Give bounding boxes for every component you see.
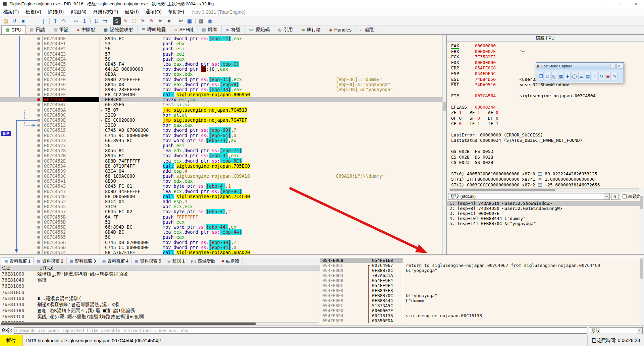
breakpoint-gutter[interactable]	[0, 57, 43, 62]
toolbar-trace-into-button[interactable]: ⇊	[92, 17, 100, 25]
dump-tab-資料視窗 5[interactable]: ▦資料視窗 5	[132, 257, 164, 265]
breakpoint-gutter[interactable]	[0, 164, 43, 169]
breakpoint-gutter[interactable]	[0, 215, 43, 220]
breakpoint-gutter[interactable]	[0, 209, 43, 214]
faststone-capture-object-icon[interactable]: ◱	[551, 72, 557, 80]
breakpoint-gutter[interactable]	[0, 108, 43, 113]
stack-row[interactable]: 054FE0EC│51873A5C	[320, 303, 644, 308]
disasm-row[interactable]: 007C450A∨75 07jne siglusengine-nojapan.7…	[0, 108, 442, 113]
disasm-row[interactable]: 007C450C32C0xor al,al	[0, 113, 442, 118]
stack-pane[interactable]: 054FE0C8054FE1E8054FE0CC┌007C4967return …	[320, 257, 644, 326]
register-line[interactable]: OF 0 SF 0 DF 0	[451, 116, 644, 121]
menu-item[interactable]: 除錯(D)	[45, 9, 67, 15]
disasm-row[interactable]: 007C455D51push ecx	[0, 220, 442, 225]
stack-row[interactable]: 054FE0DC│054FE9F4	[320, 283, 644, 288]
disasm-row[interactable]: 007C450766:85F6test si,si	[0, 102, 442, 107]
breakpoint-gutter[interactable]	[0, 250, 43, 255]
disassembly-scrollbar[interactable]	[442, 35, 446, 254]
register-line[interactable]	[451, 88, 644, 94]
faststone-delay-icon[interactable]: ◔	[592, 72, 597, 80]
dump-row[interactable]: 76E81040寫證	[0, 277, 320, 283]
argument-row[interactable]: 4: [esp+10] 0FB8B444 L"dummy"	[447, 216, 644, 221]
breakpoint-gutter[interactable]	[0, 153, 43, 158]
tab-日誌[interactable]: ▤日誌	[26, 25, 49, 34]
breakpoint-gutter[interactable]	[0, 220, 43, 225]
breakpoint-gutter[interactable]	[0, 204, 43, 209]
dump-tab-資料視窗 4[interactable]: ▦資料視窗 4	[99, 257, 132, 265]
faststone-record-icon[interactable]: ◉	[605, 72, 611, 80]
register-line[interactable]	[451, 127, 644, 132]
disasm-row[interactable]: 007C455B6A FFpush FFFFFFFF	[0, 215, 442, 220]
toolbar-hash-button[interactable]: #	[165, 17, 173, 25]
faststone-minimize-button[interactable]: ─	[610, 64, 616, 68]
dump-tab-區域變數[interactable]: [x=]區域變數	[188, 257, 219, 265]
disasm-row[interactable]: 007C454DE8 DE060000call siglusengine-noj…	[0, 194, 442, 199]
disasm-row[interactable]: 007C45418BD0mov edx,eax	[0, 179, 442, 184]
breakpoint-gutter[interactable]	[0, 189, 43, 194]
calling-convention-select[interactable]: 預設 (stdcall) ▼	[448, 193, 610, 200]
toolbar-assemble-button[interactable]: Az	[177, 17, 185, 25]
hide-fpu-button[interactable]: 隱藏 FPU	[447, 35, 644, 42]
toolbar-run-button[interactable]: →	[31, 17, 39, 25]
tab-中斷點[interactable]: ●中斷點	[73, 25, 100, 34]
breakpoint-gutter[interactable]	[0, 225, 43, 230]
breakpoint-gutter[interactable]	[0, 46, 43, 51]
toolbar-execute-till-return-button[interactable]: ↦	[72, 17, 80, 25]
chevron-down-icon[interactable]: ▼	[604, 193, 609, 199]
disasm-row[interactable]: 007C452366:8945 8Cmov word ptr ss:[ebp-7…	[0, 138, 442, 143]
command-script-select[interactable]: 預設 ▼	[589, 327, 643, 334]
disasm-row[interactable]: 007C452B8945 FCmov dword ptr ss:[ebp-4],…	[0, 153, 442, 158]
breakpoint-gutter[interactable]	[0, 235, 43, 240]
stack-row[interactable]: 054FE0F0│0000007E	[320, 308, 644, 313]
toolbar-restart-button[interactable]: ↺	[10, 17, 18, 25]
stack-row[interactable]: 054FE0F8│00350EDA	[320, 318, 644, 323]
breakpoint-gutter[interactable]	[0, 240, 43, 245]
breakpoint-gutter[interactable]	[0, 138, 43, 143]
register-line[interactable]: CS 0023 SS 002B	[451, 160, 644, 166]
menu-item[interactable]: 最愛(I)	[121, 9, 142, 15]
register-line[interactable]: ST(1) 3FFF8000000000000000 x87r1 空 1.000…	[451, 177, 644, 182]
toolbar-trace-over-button[interactable]: ⇉	[101, 17, 109, 25]
disasm-row[interactable]: 007C450E∨E9 CC020000jmp siglusengine-noj…	[0, 118, 442, 123]
tab-SEH鏈[interactable]: ∞SEH鏈	[170, 25, 198, 34]
stack-row[interactable]: 054FE0CC┌007C4967return to siglusengine-…	[320, 263, 644, 268]
disasm-row[interactable]: 007C4543C645 FC 01mov byte ptr ss:[ebp-4…	[0, 184, 442, 189]
disasm-row[interactable]: 007C451333C0xor eax,eax	[0, 123, 442, 128]
register-line[interactable]: ST(0) 4005B20B610000000000 x87r0 空 89.02…	[451, 171, 644, 177]
faststone-capture-rectangle-icon[interactable]: ▦	[558, 72, 564, 80]
dump-tab-資料視窗 1[interactable]: ▦資料視窗 1	[1, 257, 34, 265]
chevron-down-icon[interactable]: ▼	[637, 328, 642, 334]
breakpoint-gutter[interactable]	[0, 82, 43, 87]
breakpoint-gutter[interactable]	[0, 123, 43, 128]
toolbar-step-over-button[interactable]: ↷	[60, 17, 68, 25]
argument-row[interactable]: 5: [esp+14] 0FB8B70C &L"yogayoga"	[447, 221, 644, 226]
register-line[interactable]: EIP 007C4504 siglusengine-nojapan.007C45…	[451, 93, 644, 99]
disasm-row[interactable]: 007C452E8D8D 74FFFFFFlea ecx,dword ptr s…	[0, 159, 442, 164]
register-line[interactable]: CF 0 TF 1 IF 1	[451, 121, 644, 127]
disasm-row[interactable]: 007C44E58D45 F4lea eax,dword ptr ss:[ebp…	[0, 62, 442, 67]
faststone-open-icon[interactable]: ❐	[538, 72, 544, 80]
disasm-row[interactable]: 007C452756push esi	[0, 143, 442, 148]
breakpoint-gutter[interactable]	[0, 179, 43, 184]
disasm-row[interactable]: 007C44E864:A3 00000000mov dword ptr fs:[…	[0, 67, 442, 72]
breakpoint-gutter[interactable]	[0, 118, 43, 123]
disasm-row[interactable]: 007C44DE8945 ECmov dword ptr ss:[ebp-14]…	[0, 36, 442, 41]
faststone-close-button[interactable]: ✕	[616, 64, 622, 68]
toolbar-help-globe-button[interactable]: ◉	[206, 17, 214, 25]
disasm-row[interactable]: 007C44E256push esi	[0, 46, 442, 51]
breakpoint-gutter[interactable]	[0, 230, 43, 235]
tab-執行緒[interactable]: ⇉執行緒	[297, 25, 325, 34]
disasm-row[interactable]: 007C4574E8 A767F1FFcall siglusengine-noj…	[0, 250, 442, 255]
breakpoint-gutter[interactable]	[0, 52, 43, 57]
disasm-row[interactable]: 007C456DC745 CC 00000000mov dword ptr ss…	[0, 245, 442, 250]
breakpoint-gutter[interactable]	[0, 62, 43, 67]
disasm-row[interactable]: 007C44E153push ebx	[0, 41, 442, 46]
stack-row[interactable]: 054FE0D0│0FB8B70C&L"yogayoga"	[320, 268, 644, 273]
tab-符號[interactable]: ∗符號	[222, 25, 245, 34]
breakpoint-gutter[interactable]	[0, 36, 43, 41]
faststone-capture-fullscreen-icon[interactable]: ◯	[572, 72, 577, 80]
disasm-row[interactable]: 007C4515C745 A0 07000000mov dword ptr ss…	[0, 128, 442, 133]
toolbar-pause-button[interactable]: ∥	[40, 17, 48, 25]
register-line[interactable]: EBX 0000007E '~'	[451, 49, 644, 55]
tab-筆記[interactable]: ▤筆記	[49, 25, 73, 34]
